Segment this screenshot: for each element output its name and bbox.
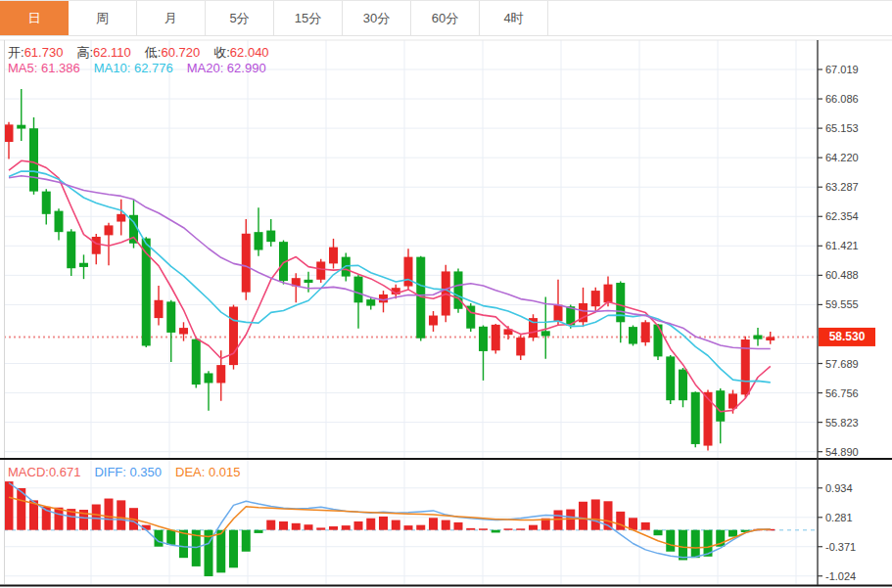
macd-hist-bar xyxy=(379,517,388,530)
candle-body xyxy=(192,339,201,384)
candle-body xyxy=(67,232,75,269)
macd-hist-bar xyxy=(641,522,650,530)
candlestick-chart[interactable]: 67.01966.08665.15364.22063.28762.35461.4… xyxy=(0,0,892,588)
macd-hist-bar xyxy=(666,530,675,552)
candle-body xyxy=(454,271,463,308)
macd-hist-bar xyxy=(504,528,513,530)
candle-body xyxy=(354,277,363,303)
candle-body xyxy=(179,328,188,334)
macd-hist-bar xyxy=(117,500,125,529)
candle-body xyxy=(492,325,500,350)
candle-body xyxy=(654,325,663,357)
candle-body xyxy=(516,338,525,355)
candle-body xyxy=(216,365,225,383)
macd-hist-bar xyxy=(166,530,175,545)
macd-hist-bar xyxy=(429,518,438,529)
price-tick-label: 67.019 xyxy=(825,64,859,75)
macd-hist-bar xyxy=(266,520,275,530)
macd-hist-bar xyxy=(728,530,737,537)
price-tick-label: 65.153 xyxy=(825,122,859,134)
macd-hist-bar xyxy=(529,525,538,530)
candle-body xyxy=(429,316,438,326)
macd-hist-bar xyxy=(366,519,375,530)
candle-body xyxy=(704,392,713,446)
price-tick-label: 54.890 xyxy=(825,446,859,458)
price-tick-label: 61.421 xyxy=(825,240,859,251)
macd-hist-bar xyxy=(229,530,238,568)
candle-body xyxy=(155,300,164,318)
macd-hist-bar xyxy=(55,508,64,530)
candle-body xyxy=(591,291,600,306)
price-tick-label: 64.220 xyxy=(825,152,859,163)
macd-hist-bar xyxy=(92,505,101,530)
candle-body xyxy=(666,356,675,400)
macd-tick-label: 0.281 xyxy=(825,512,853,523)
candle-body xyxy=(679,370,687,401)
macd-hist-bar xyxy=(292,523,301,530)
candle-body xyxy=(641,322,650,342)
candle-body xyxy=(117,214,125,222)
macd-hist-bar xyxy=(354,521,363,530)
price-tick-label: 66.086 xyxy=(825,93,859,105)
candle-body xyxy=(316,261,325,279)
macd-tick-label: 0.934 xyxy=(825,482,853,494)
macd-hist-bar xyxy=(466,528,475,530)
macd-hist-bar xyxy=(454,522,463,530)
candle-body xyxy=(554,305,563,322)
current-price-badge-label: 58.530 xyxy=(829,330,866,343)
price-tick-label: 56.756 xyxy=(825,387,859,399)
candle-body xyxy=(105,225,114,235)
macd-hist-bar xyxy=(255,530,263,533)
candle-body xyxy=(754,335,763,339)
candle-body xyxy=(379,294,388,302)
macd-hist-bar xyxy=(242,530,251,552)
ma5-line xyxy=(9,160,771,412)
candle-body xyxy=(42,192,51,214)
candle-body xyxy=(29,128,38,191)
candle-body xyxy=(766,337,775,340)
candle-body xyxy=(92,237,101,254)
macd-hist-bar xyxy=(316,527,325,529)
candle-body xyxy=(166,301,175,333)
candle-body xyxy=(629,327,637,343)
macd-hist-bar xyxy=(416,525,425,530)
candle-body xyxy=(716,390,725,422)
candle-body xyxy=(266,231,275,243)
price-tick-label: 63.287 xyxy=(825,181,859,193)
candle-body xyxy=(142,239,151,346)
macd-hist-bar xyxy=(579,502,587,530)
price-tick-label: 59.555 xyxy=(825,298,859,310)
candle-body xyxy=(691,392,700,444)
candle-body xyxy=(305,280,313,283)
macd-hist-bar xyxy=(566,510,575,530)
macd-hist-bar xyxy=(216,530,225,573)
candle-body xyxy=(79,263,88,267)
macd-hist-bar xyxy=(516,528,525,530)
candle-body xyxy=(229,307,238,366)
macd-hist-bar xyxy=(279,521,288,530)
macd-hist-bar xyxy=(5,481,14,530)
candle-body xyxy=(366,299,375,305)
candle-body xyxy=(255,232,263,249)
macd-hist-bar xyxy=(442,520,450,530)
candle-body xyxy=(242,234,251,293)
price-tick-label: 57.689 xyxy=(825,358,859,370)
macd-hist-bar xyxy=(691,530,700,558)
macd-hist-bar xyxy=(492,530,500,533)
macd-hist-bar xyxy=(679,530,687,561)
macd-hist-bar xyxy=(392,520,400,530)
macd-hist-bar xyxy=(305,524,313,530)
macd-hist-bar xyxy=(329,526,338,530)
macd-tick-label: -0.371 xyxy=(825,541,856,553)
price-tick-label: 62.354 xyxy=(825,210,859,222)
price-tick-label: 60.488 xyxy=(825,269,859,281)
candle-body xyxy=(604,285,613,303)
price-tick-label: 55.823 xyxy=(825,417,859,429)
candle-body xyxy=(329,248,338,264)
candle-body xyxy=(404,257,413,287)
candle-body xyxy=(205,373,213,383)
candle-body xyxy=(541,331,550,336)
macd-hist-bar xyxy=(591,499,600,529)
candle-body xyxy=(479,327,488,351)
candle-body xyxy=(5,124,14,142)
